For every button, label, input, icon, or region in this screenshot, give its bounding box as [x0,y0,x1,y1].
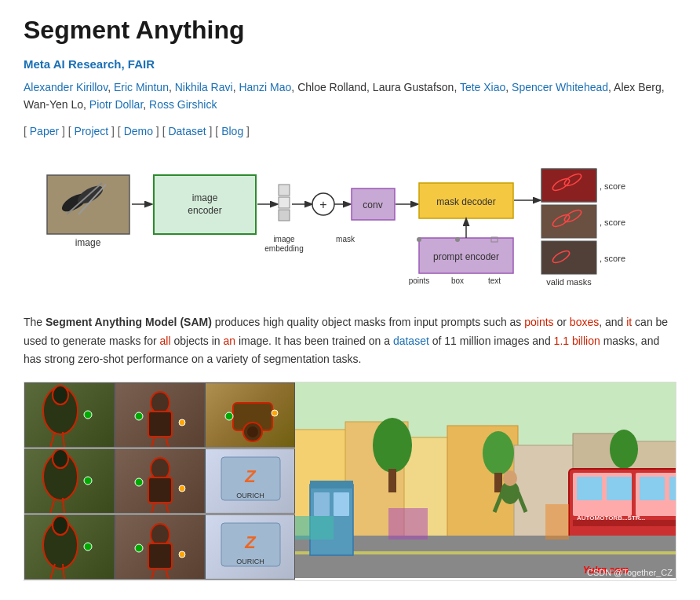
svg-text:OURICH: OURICH [236,492,264,499]
paper-links: [ Paper ] [ Project ] [ Demo ] [ Dataset… [24,125,676,137]
svg-text:mask decoder: mask decoder [436,196,495,207]
author-girshick[interactable]: Ross Girshick [149,98,217,111]
svg-text:valid masks: valid masks [546,277,592,287]
blog-link[interactable]: Blog [221,125,243,137]
svg-text:points: points [409,276,430,285]
svg-text:+: + [319,198,326,211]
desc-dataset-link[interactable]: dataset [393,335,429,347]
author-lo: Wan-Yen Lo [24,98,83,111]
svg-point-62 [247,426,258,437]
svg-rect-128 [388,508,428,540]
svg-point-50 [53,386,68,404]
svg-point-75 [179,485,185,492]
svg-rect-13 [279,210,290,221]
svg-point-64 [272,410,278,416]
author-mintun[interactable]: Eric Mintun [114,81,169,93]
svg-text:Z: Z [244,532,257,552]
svg-line-86 [151,569,155,580]
author-berg: Alex Berg [614,81,662,93]
svg-line-87 [166,569,169,580]
svg-rect-85 [148,543,172,569]
svg-text:embedding: embedding [264,244,303,253]
link-bracket: [ [24,125,30,137]
svg-point-124 [503,470,517,486]
svg-rect-110 [577,477,602,500]
svg-point-105 [610,430,638,469]
image-grid-section: Z OURICH [24,382,676,581]
svg-rect-111 [607,477,632,500]
svg-text:image: image [273,235,295,243]
architecture-diagram: image image encoder image embedding + ma… [24,152,676,299]
svg-text:conv: conv [363,199,382,210]
desc-an: an [224,335,236,347]
desc-sam-bold: Segment Anything Model (SAM) [46,316,212,328]
svg-text:encoder: encoder [188,205,221,216]
authors-section: Alexander Kirillov, Eric Mintun, Nikhila… [24,79,676,114]
svg-point-101 [373,418,412,473]
desc-produces: produces high quality object masks from … [212,316,524,328]
svg-point-54 [151,392,170,414]
svg-line-56 [151,437,155,448]
svg-text:AUTOMOTORB...STR...: AUTOMOTORB...STR... [577,514,645,521]
svg-text:Z: Z [244,466,257,486]
svg-point-84 [151,524,170,546]
svg-point-33 [455,237,460,242]
svg-rect-12 [279,197,290,208]
svg-text:, score: , score [600,254,625,263]
description-text: The Segment Anything Model (SAM) produce… [24,313,676,369]
dataset-link[interactable]: Dataset [168,125,206,137]
svg-line-57 [166,437,169,448]
institution-link[interactable]: Meta AI Research, FAIR [24,57,155,71]
desc-boxes: boxes [570,316,599,328]
svg-line-51 [50,432,55,448]
svg-rect-43 [541,241,596,274]
svg-rect-112 [640,477,665,500]
svg-line-72 [151,503,155,514]
svg-point-59 [179,419,185,426]
page-title: Segment Anything [24,16,676,45]
desc-points: points [524,316,553,328]
svg-text:image: image [192,192,218,203]
svg-text:OURICH: OURICH [236,558,264,565]
svg-rect-129 [545,504,569,540]
svg-point-88 [135,544,143,552]
svg-point-89 [179,551,185,558]
svg-rect-55 [148,412,172,437]
author-whitehead[interactable]: Spencer Whitehead [512,81,608,93]
author-ravi[interactable]: Nikhila Ravi [175,81,233,93]
svg-point-74 [135,478,143,486]
svg-text:, score: , score [600,218,625,227]
paper-link[interactable]: Paper [30,125,59,137]
desc-billion: 1.1 billion [554,335,600,347]
svg-point-80 [53,516,68,535]
svg-point-83 [84,543,92,551]
svg-rect-71 [148,477,172,503]
svg-text:mask: mask [336,235,355,243]
svg-rect-121 [314,492,330,516]
author-xiao[interactable]: Tete Xiao [460,81,505,93]
grid-cell-tool-1 [205,382,295,448]
grid-cell-person-3 [115,514,205,580]
svg-point-58 [135,412,143,420]
svg-point-103 [483,431,514,475]
svg-rect-127 [295,516,334,540]
author-rolland: Chloe Rolland [297,81,366,93]
grid-cell-emu-2 [24,448,115,514]
demo-link[interactable]: Demo [124,125,153,137]
project-link[interactable]: Project [75,125,109,137]
svg-point-66 [53,449,68,468]
grid-cell-zurich-1: Z OURICH [205,448,295,514]
svg-point-69 [84,477,92,485]
author-mao[interactable]: Hanzi Mao [239,81,291,93]
author-dollar[interactable]: Piotr Dollar [89,98,143,111]
svg-text:, score: , score [600,181,625,191]
right-street-image: AUTOMOTORB...STR... Yulrn.c [295,382,676,580]
author-kirillov[interactable]: Alexander Kirillov [24,81,108,93]
svg-text:text: text [488,276,501,285]
svg-line-67 [50,498,55,514]
svg-rect-113 [669,477,676,500]
svg-line-73 [166,503,169,514]
grid-cell-person-1 [115,382,205,448]
svg-rect-120 [310,481,353,488]
svg-point-63 [225,412,233,420]
